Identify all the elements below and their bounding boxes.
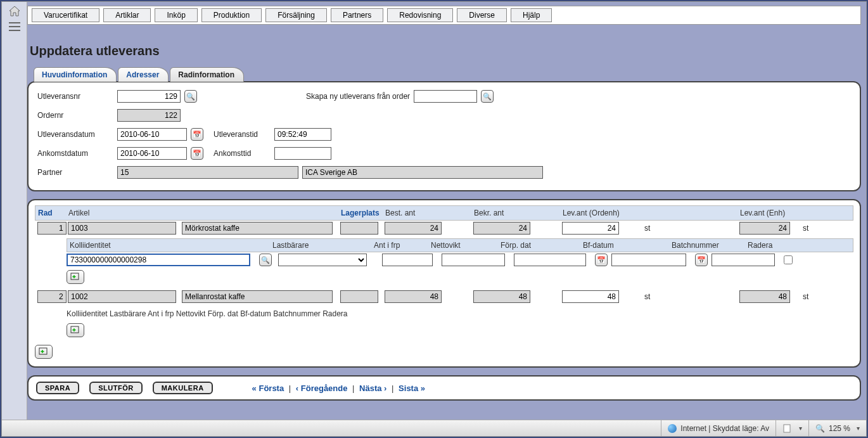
zoom-icon: 🔍 [815, 424, 825, 433]
cell-unit1: st [644, 292, 714, 301]
scol-lastb: Lastbärare [272, 241, 374, 250]
cell-rad [37, 222, 67, 235]
makulera-button[interactable]: Makulera [153, 382, 213, 394]
input-ordernr [117, 109, 181, 122]
scol-netto: Nettovikt [431, 241, 501, 250]
col-rad[interactable]: Rad [38, 209, 68, 217]
sub-grid-collapsed: Kolliidentitet Lastbärare Ant i frp Nett… [67, 307, 853, 340]
cell-levord[interactable] [562, 222, 619, 235]
tab-row: Huvudinformation Adresser Radinformation [27, 67, 861, 82]
cell-lagerplats [340, 290, 378, 303]
input-partner-name [302, 166, 543, 179]
menu-varucertifikat[interactable]: Varucertifikat [32, 8, 99, 22]
label-ordernr: Ordernr [37, 111, 113, 120]
label-utlevdatum: Utleveransdatum [37, 130, 113, 139]
scol-kolli: Kolliidentitet [70, 241, 272, 250]
input-forpdat[interactable] [514, 254, 586, 266]
input-batch[interactable] [712, 254, 775, 266]
menu-lines-icon[interactable] [9, 22, 20, 31]
sub-header: Kolliidentitet Lastbärare Ant i frp Nett… [67, 238, 853, 252]
tab-huvudinformation[interactable]: Huvudinformation [34, 67, 117, 82]
col-best: Best. ant [385, 209, 474, 217]
search-kolli-icon[interactable]: 🔍 [259, 254, 272, 266]
input-kolli[interactable] [67, 254, 250, 266]
table-row: st st [35, 289, 853, 304]
col-levord: Lev.ant (Ordenh) [563, 209, 645, 217]
scol-forp: Förp. dat [501, 241, 583, 250]
svg-text:✚: ✚ [72, 274, 76, 279]
menu-redovisning[interactable]: Redovisning [387, 8, 453, 22]
cell-artname [182, 290, 333, 303]
grid-header: Rad Artikel Lagerplats Best. ant Bekr. a… [35, 205, 853, 221]
menu-inkop[interactable]: Inköp [155, 8, 197, 22]
cell-artnr [68, 222, 176, 235]
add-subline-button[interactable]: ✚ [67, 323, 84, 337]
cell-unit2: st [803, 292, 828, 301]
scol-radera: Radera [748, 241, 786, 250]
col-bekr: Bekr. ant [474, 209, 563, 217]
cell-bekr [473, 222, 530, 235]
select-lastbarare[interactable] [278, 254, 367, 266]
status-tools[interactable] [775, 420, 808, 436]
calendar-forpdat-icon[interactable]: 📅 [595, 254, 608, 266]
tab-adresser[interactable]: Adresser [118, 67, 169, 82]
sub-grid: Kolliidentitet Lastbärare Ant i frp Nett… [67, 238, 853, 287]
search-skapa-order-icon[interactable]: 🔍 [481, 90, 494, 103]
table-row: st st [35, 221, 853, 236]
calendar-utlevdatum-icon[interactable]: 📅 [191, 128, 203, 141]
input-bfdatum[interactable] [611, 254, 686, 266]
pager: « Första | ‹ Föregående | Nästa › | Sist… [252, 383, 425, 393]
main-menu: Varucertifikat Artiklar Inköp Produktion… [27, 6, 861, 25]
cell-best [385, 222, 442, 235]
input-utlevdatum[interactable] [117, 128, 187, 141]
input-skapa-order[interactable] [414, 90, 477, 103]
status-zone-text: Internet | Skyddat läge: Av [680, 424, 769, 433]
scol-antfrp: Ant i frp [374, 241, 431, 250]
cell-lagerplats [340, 222, 378, 235]
cell-artnr [68, 290, 176, 303]
input-partner-id [117, 166, 298, 179]
checkbox-radera[interactable] [784, 255, 793, 264]
input-antfrp[interactable] [382, 254, 433, 266]
pager-first[interactable]: « Första [252, 383, 284, 393]
menu-produktion[interactable]: Produktion [201, 8, 262, 22]
menu-forsaljning[interactable]: Försäljning [265, 8, 327, 22]
page-icon [782, 424, 793, 433]
cell-levord[interactable] [562, 290, 619, 303]
col-levenh: Lev.ant (Enh) [740, 209, 803, 217]
pager-next[interactable]: Nästa › [359, 383, 386, 393]
add-line-button[interactable]: ✚ [35, 345, 53, 359]
status-zoom[interactable]: 🔍 125 % [808, 420, 866, 436]
label-ankdatum: Ankomstdatum [37, 149, 113, 158]
add-subline-button[interactable]: ✚ [67, 270, 84, 284]
search-utleveransnr-icon[interactable]: 🔍 [184, 90, 197, 103]
spara-button[interactable]: Spara [36, 382, 79, 394]
header-panel: Utleveransnr 🔍 Skapa ny utleverans från … [27, 81, 861, 191]
input-utlevtid[interactable] [274, 128, 331, 141]
label-anktid: Ankomsttid [214, 149, 271, 158]
input-anktid[interactable] [274, 147, 331, 160]
menu-hjalp[interactable]: Hjälp [511, 8, 552, 22]
tab-radinformation[interactable]: Radinformation [170, 67, 244, 82]
sub-compact-header: Kolliidentitet Lastbärare Ant i frp Nett… [67, 307, 853, 321]
calendar-ankdatum-icon[interactable]: 📅 [191, 147, 203, 160]
home-icon[interactable] [8, 6, 21, 17]
input-ankdatum[interactable] [117, 147, 187, 160]
cell-unit2: st [803, 224, 828, 233]
cell-rad [37, 290, 67, 303]
menu-partners[interactable]: Partners [331, 8, 383, 22]
slutfor-button[interactable]: Slutför [89, 382, 142, 394]
menu-diverse[interactable]: Diverse [457, 8, 507, 22]
calendar-bfdatum-icon[interactable]: 📅 [695, 254, 708, 266]
input-utleveransnr[interactable] [117, 90, 181, 103]
pager-prev[interactable]: ‹ Föregående [296, 383, 348, 393]
svg-text:✚: ✚ [72, 328, 76, 332]
sub-row: 🔍 📅 📅 [67, 252, 853, 267]
svg-rect-6 [784, 425, 790, 432]
menu-artiklar[interactable]: Artiklar [103, 8, 151, 22]
input-nettovikt[interactable] [442, 254, 505, 266]
pager-last[interactable]: Sista » [399, 383, 425, 393]
col-lagerplats[interactable]: Lagerplats [341, 209, 385, 217]
label-partner: Partner [37, 168, 113, 177]
scol-bf: Bf-datum [583, 241, 672, 250]
